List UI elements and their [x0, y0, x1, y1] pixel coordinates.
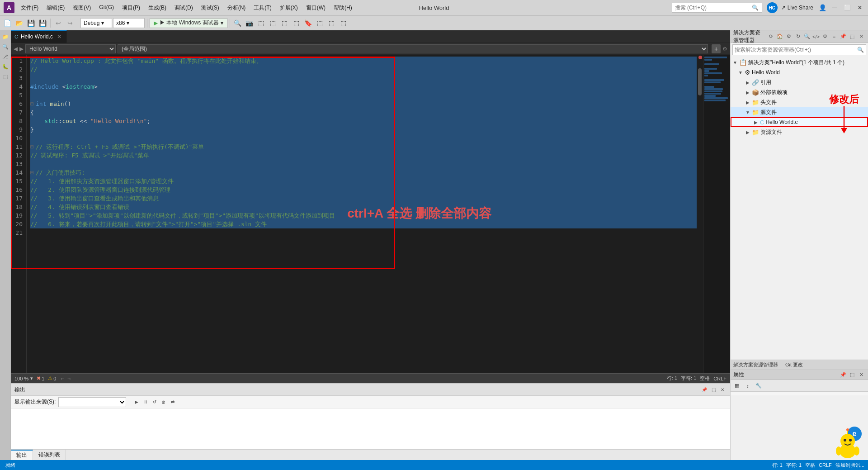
expand-icon[interactable]: ▶ — [745, 80, 750, 85]
status-add-taskbar[interactable]: 添加到腾讯... — [835, 462, 864, 469]
activity-search[interactable]: 🔍 — [1, 42, 10, 51]
code-editor-content[interactable]: // Hello World.cpp : 此文件包含 "main" 函数。程序执… — [27, 55, 697, 373]
toolbar-btn-8[interactable]: ⬚ — [291, 18, 302, 28]
global-search-box[interactable]: 🔍 — [672, 3, 762, 13]
new-file-btn[interactable]: 📄 — [2, 18, 13, 28]
maximize-button[interactable]: ⬜ — [843, 3, 852, 12]
output-tab-errors[interactable]: 错误列表 — [33, 450, 66, 461]
tree-hello-world-c[interactable]: ▶ C Hello World.c — [731, 117, 868, 127]
activity-extensions[interactable]: ⬚ — [1, 72, 10, 81]
sol-close-icon[interactable]: ✕ — [857, 33, 865, 41]
tree-project[interactable]: ▼ ⚙ Hello World — [731, 67, 868, 77]
menu-extensions[interactable]: 扩展(X) — [276, 3, 302, 13]
git-changes-link[interactable]: Git 更改 — [785, 361, 803, 368]
sol-code-icon[interactable]: </> — [812, 33, 820, 41]
sol-refresh-icon[interactable]: ↻ — [794, 33, 802, 41]
live-share-btn[interactable]: ↗ Live Share — [778, 4, 817, 12]
expand-icon[interactable]: ▶ — [753, 119, 759, 125]
toolbar-btn-10[interactable]: ⬚ — [326, 18, 337, 28]
expand-icon[interactable]: ▶ — [745, 90, 750, 95]
output-start-btn[interactable]: ▶ — [132, 398, 141, 406]
redo-btn[interactable]: ↪ — [65, 18, 75, 28]
open-file-btn[interactable]: 📂 — [14, 18, 24, 28]
menu-file[interactable]: 文件(F) — [17, 3, 42, 13]
menu-view[interactable]: 视图(V) — [69, 3, 94, 13]
sol-sync-icon[interactable]: ⟳ — [767, 33, 775, 41]
solution-search-input[interactable] — [735, 47, 855, 53]
prop-close-icon[interactable]: ✕ — [857, 371, 865, 379]
prop-sort-btn[interactable]: ↕ — [743, 381, 752, 390]
output-wrap-btn[interactable]: ⇌ — [169, 398, 177, 406]
expand-icon[interactable]: ▼ — [732, 60, 738, 65]
tree-source-files[interactable]: ▼ 📁 源文件 — [731, 107, 868, 117]
minimize-button[interactable]: — — [830, 3, 839, 12]
add-file-btn[interactable]: + — [712, 44, 721, 53]
menu-edit[interactable]: 编辑(E) — [43, 3, 68, 13]
code-editor[interactable]: 1 2 3 4 5 6 7 8 9 10 11 12 13 14 15 16 1 — [11, 55, 730, 373]
activity-explorer[interactable]: 📁 — [1, 32, 10, 41]
warning-status[interactable]: ⚠ 0 — [48, 375, 56, 381]
expand-icon[interactable]: ▼ — [745, 109, 750, 115]
scope-dropdown[interactable]: Hello World — [25, 44, 116, 53]
toolbar-btn-11[interactable]: ⬚ — [338, 18, 349, 28]
output-pin-btn[interactable]: 📌 — [700, 386, 708, 394]
activity-git[interactable]: ⎇ — [1, 52, 10, 61]
platform-dropdown[interactable]: x86 ▾ — [113, 18, 145, 28]
expand-icon[interactable]: ▶ — [745, 100, 750, 105]
zoom-control[interactable]: 100 % ▾ — [14, 375, 33, 381]
output-clear-btn[interactable]: 🗑 — [160, 398, 168, 406]
tab-hello-world-c[interactable]: C Hello World.c ✕ — [11, 30, 67, 43]
tree-external-deps[interactable]: ▶ 📦 外部依赖项 — [731, 87, 868, 97]
menu-test[interactable]: 测试(S) — [198, 3, 223, 13]
toolbar-btn-5[interactable]: ⬚ — [256, 18, 267, 28]
sol-float-icon[interactable]: ⬚ — [848, 33, 856, 41]
debug-mode-dropdown[interactable]: Debug ▾ — [80, 18, 112, 28]
sol-home-icon[interactable]: 🏠 — [776, 33, 784, 41]
editor-scrollbar-track[interactable] — [697, 55, 703, 373]
output-restart-btn[interactable]: ↺ — [151, 398, 159, 406]
tree-solution-root[interactable]: ▼ 📋 解决方案"Hello World"(1 个项目/共 1 个) — [731, 57, 868, 67]
menu-tools[interactable]: 工具(T) — [250, 3, 275, 13]
prop-pin-icon[interactable]: 📌 — [839, 371, 847, 379]
output-source-select[interactable] — [58, 397, 126, 407]
tab-close-btn[interactable]: ✕ — [56, 33, 63, 40]
expand-icon[interactable]: ▶ — [745, 129, 750, 135]
save-btn[interactable]: 💾 — [25, 18, 36, 28]
bookmark-btn[interactable]: 🔖 — [303, 18, 314, 28]
prop-float-icon[interactable]: ⬚ — [848, 371, 856, 379]
menu-project[interactable]: 项目(P) — [118, 3, 144, 13]
menu-build[interactable]: 生成(B) — [145, 3, 170, 13]
toolbar-btn-7[interactable]: ⬚ — [279, 18, 290, 28]
sol-filter-icon[interactable]: ⚙ — [821, 33, 829, 41]
expand-icon[interactable]: ▼ — [738, 70, 743, 75]
toolbar-btn-6[interactable]: ⬚ — [268, 18, 278, 28]
output-tab-output[interactable]: 输出 — [11, 450, 33, 461]
sol-settings-icon[interactable]: ⚙ — [785, 33, 793, 41]
search-toolbar-btn[interactable]: 🔍 — [232, 18, 243, 28]
close-button[interactable]: ✕ — [855, 3, 864, 12]
output-close-btn[interactable]: ✕ — [718, 386, 726, 394]
save-all-btn[interactable]: 💾 — [37, 18, 48, 28]
nav-arrow-right[interactable]: ▶ — [19, 46, 24, 52]
sol-explorer-link[interactable]: 解决方案资源管理器 — [733, 361, 778, 368]
menu-debug[interactable]: 调试(D) — [171, 3, 197, 13]
screenshot-btn[interactable]: 📷 — [244, 18, 255, 28]
nav-arrow-left[interactable]: ◀ — [14, 46, 18, 52]
tree-resource-files[interactable]: ▶ 📁 资源文件 — [731, 127, 868, 137]
editor-scrollbar-thumb[interactable] — [698, 68, 702, 95]
menu-git[interactable]: Git(G) — [95, 3, 118, 13]
menu-window[interactable]: 窗口(W) — [302, 3, 329, 13]
global-search-input[interactable] — [675, 5, 752, 11]
member-dropdown[interactable]: (全局范围) — [118, 44, 708, 53]
settings-icon[interactable]: ⚙ — [722, 46, 727, 52]
menu-help[interactable]: 帮助(H) — [330, 3, 356, 13]
sol-pin-icon[interactable]: 📌 — [839, 33, 847, 41]
tree-references[interactable]: ▶ 🔗 引用 — [731, 77, 868, 87]
nav-next-icon[interactable]: → — [66, 376, 71, 381]
output-stop-btn[interactable]: ⏸ — [142, 398, 150, 406]
tree-header-files[interactable]: ▶ 📁 头文件 — [731, 97, 868, 107]
output-float-btn[interactable]: ⬚ — [709, 386, 717, 394]
prop-grid-btn[interactable]: ▦ — [732, 381, 741, 390]
start-debug-btn[interactable]: ▶ ▶ 本地 Windows 调试器 ▾ — [150, 18, 227, 28]
activity-debug[interactable]: 🐛 — [1, 62, 10, 71]
